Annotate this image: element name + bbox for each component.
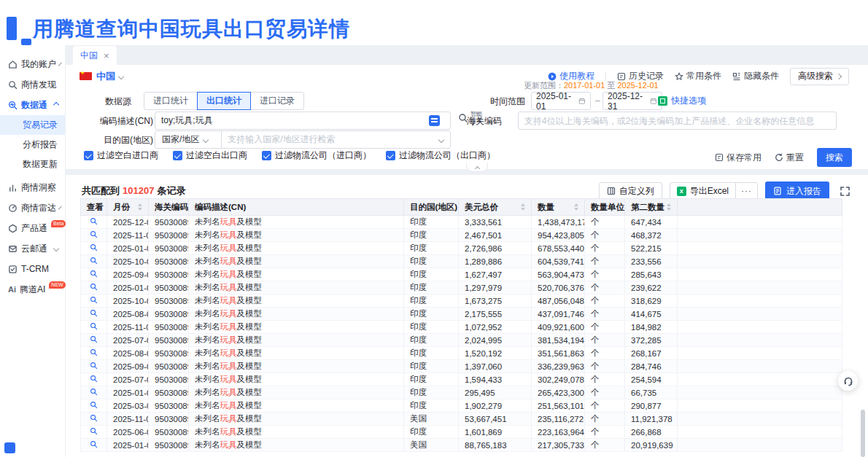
sidebar-item-trade-records[interactable]: 贸易记录 [0, 115, 65, 135]
cell-desc: 未列名玩具及模型 [189, 426, 404, 439]
view-detail-icon[interactable] [90, 270, 98, 279]
dest-country-input[interactable]: 支持输入国家/地区进行检索 [228, 133, 439, 146]
col-header-qty[interactable]: 数量 [532, 199, 585, 216]
cell-unit: 个 [585, 399, 625, 413]
cell-view [81, 439, 107, 452]
country-selector[interactable]: 中国 [96, 70, 115, 83]
cell-desc: 未列名玩具及模型 [189, 308, 404, 321]
view-detail-icon[interactable] [90, 283, 98, 292]
cell-dest: 印度 [404, 399, 459, 413]
cell-month: 2025-10-01 [107, 255, 149, 268]
sort-icon[interactable] [667, 203, 671, 211]
collapse-filter-button[interactable] [466, 163, 488, 172]
col-header-usd[interactable]: 美元总价 [459, 199, 532, 216]
view-detail-icon[interactable] [90, 243, 98, 253]
view-detail-icon[interactable] [90, 348, 98, 358]
view-detail-icon[interactable] [90, 257, 98, 266]
save-common-link[interactable]: 保存常用 [715, 152, 762, 164]
checkbox-filter-blank-exporter[interactable]: 过滤空白出口商 [173, 149, 247, 162]
main-content: 中国 × 中国 使用教程 历史记录 [66, 45, 868, 457]
cell-qty: 604,539,741 [532, 255, 585, 268]
quick-options-link[interactable]: 快捷选项 [658, 95, 706, 107]
cell-usd: 1,297,979 [459, 281, 532, 294]
dest-type-select[interactable]: 国家/地区 [155, 133, 221, 146]
tab-import-stats[interactable]: 进口统计 [144, 92, 198, 110]
cell-qty2: 284,746 [625, 360, 678, 373]
export-more-button[interactable]: ··· [736, 183, 757, 200]
search-button[interactable]: 搜索 [817, 148, 852, 167]
sort-icon[interactable] [521, 203, 525, 211]
tab-china[interactable]: 中国 × [73, 46, 117, 65]
table-row: 2025-09-0195030089未列名玩具及模型印度1,627,497563… [81, 268, 842, 281]
cell-qty2: 184,982 [625, 321, 678, 334]
hide-conditions-link[interactable]: 隐藏条件 [732, 70, 779, 82]
cell-hscode: 95030089 [149, 229, 189, 242]
view-detail-icon[interactable] [90, 230, 98, 240]
vertical-scrollbar[interactable] [861, 410, 865, 457]
cell-qty: 217,305,733 [532, 439, 585, 452]
view-detail-icon[interactable] [90, 414, 98, 423]
history-icon [617, 72, 626, 81]
sort-icon[interactable] [138, 203, 142, 211]
widget-launcher[interactable] [4, 442, 15, 453]
date-to-input[interactable]: 2025-12-31 [602, 92, 662, 110]
table-row: 2025-01-0195030089未列名玩具及模型印度1,297,979520… [81, 281, 842, 294]
cell-qty2: 318,629 [625, 294, 678, 308]
sidebar-item-ai[interactable]: Ai 腾道AI NEW [0, 279, 65, 300]
view-detail-icon[interactable] [90, 322, 98, 332]
view-detail-icon[interactable] [90, 309, 98, 319]
advanced-search-button[interactable]: 高级搜索 [790, 68, 849, 85]
view-detail-icon[interactable] [90, 440, 98, 450]
sidebar-item-insight[interactable]: 商情洞察 [0, 177, 65, 198]
date-separator: – [595, 95, 600, 106]
col-header-qty2[interactable]: 第二数量 [625, 199, 678, 216]
code-desc-input[interactable] [155, 112, 451, 130]
view-detail-icon[interactable] [90, 375, 98, 384]
reset-link[interactable]: 重置 [775, 152, 804, 164]
sidebar-item-crm[interactable]: T-CRM [0, 259, 65, 279]
view-detail-icon[interactable] [90, 362, 98, 371]
customs-code-input[interactable] [518, 112, 837, 130]
customs-code-label: 海关编码 [467, 115, 502, 128]
highlight-keyword: 玩具 [220, 440, 237, 449]
sidebar-item-analysis-report[interactable]: 分析报告 [0, 135, 65, 155]
checkbox-filter-logistics-exporter[interactable]: 过滤物流公司（出口商） [386, 149, 495, 162]
cell-month: 2025-10-01 [107, 294, 149, 308]
sidebar-item-data-update[interactable]: 数据更新 [0, 155, 65, 174]
tab-import-records[interactable]: 进口记录 [250, 92, 304, 110]
sidebar-item-product[interactable]: 产品通 Beta [0, 218, 65, 238]
keyword-expand-icon[interactable] [429, 115, 440, 126]
sidebar-item-radar[interactable]: 商情雷达 [0, 198, 65, 218]
view-detail-icon[interactable] [90, 427, 98, 437]
view-detail-icon[interactable] [90, 388, 98, 397]
close-icon[interactable]: × [104, 51, 109, 60]
sidebar-item-discover[interactable]: 商情发现 [0, 74, 65, 95]
checkbox-filter-blank-importer[interactable]: 过滤空白进口商 [84, 149, 158, 162]
view-detail-icon[interactable] [90, 296, 98, 305]
date-from-input[interactable]: 2025-01-01 [531, 92, 591, 110]
cell-hscode: 95030089 [149, 413, 189, 426]
cell-unit: 个 [585, 308, 625, 321]
sidebar-item-account[interactable]: 我的账户 [0, 54, 65, 74]
sort-icon[interactable] [574, 203, 578, 211]
cell-qty: 563,904,473 [532, 268, 585, 281]
col-header-month[interactable]: 月份 [107, 199, 149, 216]
view-detail-icon[interactable] [90, 401, 98, 410]
view-detail-icon[interactable] [90, 217, 98, 227]
cell-unit: 个 [585, 216, 625, 229]
favorite-conditions-link[interactable]: 常用条件 [675, 70, 721, 82]
table-row: 2025-09-0195030089未列名玩具及模型印度1,397,060336… [81, 360, 842, 373]
checkbox-filter-logistics-importer[interactable]: 过滤物流公司（进口商） [262, 149, 371, 162]
cell-desc: 未列名玩具及模型 [189, 386, 404, 399]
fullscreen-icon[interactable] [840, 186, 850, 197]
export-excel-button[interactable]: x 导出Excel [670, 183, 735, 200]
customer-service-button[interactable] [838, 371, 858, 391]
tab-export-stats[interactable]: 出口统计 [197, 92, 251, 110]
chevron-down-icon[interactable] [118, 73, 124, 79]
sidebar-item-mail[interactable]: 云邮通 [0, 238, 65, 259]
time-range-label: 时间范围 [490, 95, 525, 108]
view-detail-icon[interactable] [90, 335, 98, 345]
custom-columns-button[interactable]: 自定义列 [599, 182, 662, 200]
columns-icon [607, 187, 616, 195]
sidebar-item-data[interactable]: 数据通 [0, 95, 65, 115]
